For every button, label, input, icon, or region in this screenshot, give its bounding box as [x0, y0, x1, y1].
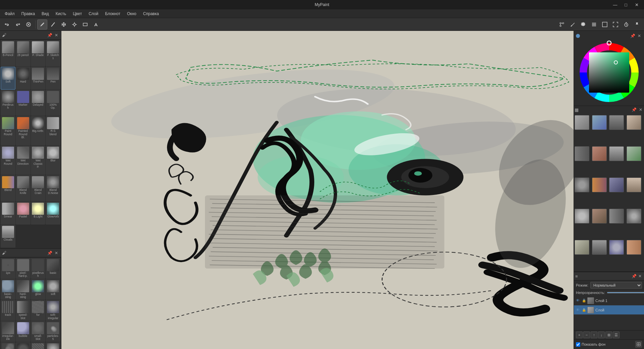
- layer-2-visibility-icon[interactable]: 👁: [576, 308, 581, 312]
- layer-list-button[interactable]: ☰: [613, 332, 620, 338]
- brush-item2-fur[interactable]: fur: [31, 300, 46, 321]
- brush-item-big-airbr-[interactable]: Big AirBr.: [31, 116, 46, 145]
- menu-item-справка[interactable]: Справка: [140, 11, 162, 17]
- opacity-slider[interactable]: [607, 292, 644, 293]
- layer-2-lock-icon[interactable]: 🔒: [582, 308, 586, 312]
- layers-close-icon[interactable]: ✕: [637, 273, 643, 279]
- preset-item-5[interactable]: [592, 146, 607, 161]
- brush-item-b-light[interactable]: B.Light: [31, 202, 46, 225]
- preset-item-4[interactable]: [575, 146, 589, 161]
- fullscreen-button[interactable]: [610, 19, 621, 30]
- brush-item-100--op-[interactable]: 100% Op.: [46, 90, 60, 116]
- brush-item-marker[interactable]: Marker: [16, 90, 31, 116]
- brush-item-p--sketch-1[interactable]: P. Sketch 1: [46, 40, 60, 66]
- ink-tool-button[interactable]: [48, 19, 58, 30]
- layer-merge-button[interactable]: ⊞: [605, 332, 612, 338]
- layer-1-visibility-icon[interactable]: 👁: [576, 298, 581, 303]
- pin2-icon[interactable]: 📌: [47, 250, 52, 256]
- preset-item-19[interactable]: [627, 240, 641, 255]
- preset-item-3[interactable]: [627, 115, 641, 130]
- color-pin-icon[interactable]: 📌: [630, 33, 635, 39]
- preset-item-9[interactable]: [592, 178, 607, 192]
- brush-item-soft[interactable]: Soft: [1, 67, 15, 90]
- brush-item-painted-round-bl-[interactable]: Painted Round Bl.: [16, 116, 31, 145]
- layer-up-button[interactable]: ↑: [591, 332, 597, 338]
- preset-item-10[interactable]: [609, 178, 624, 192]
- layer-down-button[interactable]: ↓: [598, 332, 605, 338]
- brush-item-blend-d-noise[interactable]: Blend D.Noise: [46, 175, 60, 201]
- brush-item-glowairb[interactable]: GlowAirb: [46, 202, 60, 225]
- layer-mode-select[interactable]: Нормальный: [590, 282, 642, 289]
- brush-item2-basic[interactable]: basic: [46, 258, 60, 279]
- brush-item2-speed-blot[interactable]: speed-blot: [16, 300, 31, 321]
- brush-item-hard[interactable]: Hard: [16, 67, 31, 90]
- brush-item-smear[interactable]: Smear: [1, 202, 15, 225]
- layer-item-1[interactable]: 👁 🔒 Слой 1: [574, 296, 644, 305]
- menu-item-кисть[interactable]: Кисть: [52, 11, 69, 17]
- brush-item2-irregular-ink[interactable]: irregular-ink: [1, 321, 15, 342]
- layers-pin-icon[interactable]: 📌: [631, 273, 637, 279]
- brush-item2-glow[interactable]: glow: [31, 279, 46, 300]
- brush-item-blend[interactable]: Blend: [1, 175, 15, 201]
- canvas-area[interactable]: [61, 31, 574, 349]
- color-close-icon[interactable]: ✕: [637, 33, 642, 39]
- brush-item2-hard-sting[interactable]: hard-sting: [16, 279, 31, 300]
- menu-item-правка[interactable]: Правка: [18, 11, 39, 17]
- brush-item-28-pencil[interactable]: 28 pencil: [16, 40, 31, 66]
- minimize-button[interactable]: —: [610, 1, 620, 8]
- layer-item-2[interactable]: 👁 🔒 Слой: [574, 305, 644, 315]
- brush-item-clouds[interactable]: Clouds: [1, 225, 15, 248]
- menu-item-окно[interactable]: Окно: [124, 11, 140, 17]
- brush-item2-basic-sting[interactable]: basic-sting: [1, 279, 15, 300]
- brush-item2-small-blot[interactable]: small-blot: [31, 321, 46, 342]
- brush-item-wet-direction[interactable]: Wet Direction: [16, 146, 31, 175]
- brush-item2-bubble[interactable]: bubble: [16, 321, 31, 342]
- presets-pin-icon[interactable]: 📌: [631, 107, 637, 112]
- preset-item-11[interactable]: [627, 178, 641, 192]
- maximize-button[interactable]: □: [621, 1, 631, 8]
- brushes-button[interactable]: [568, 19, 578, 30]
- pencil-tool-button[interactable]: [37, 19, 47, 30]
- brush-item-penbrush[interactable]: PenBrush: [1, 90, 15, 116]
- preset-item-2[interactable]: [609, 115, 624, 130]
- brush-item-wet-classic-p-[interactable]: Wet Classic P.: [31, 146, 46, 175]
- brush-item-r-s-blend[interactable]: R-S blend: [46, 116, 60, 145]
- brush-item-wet-round[interactable]: Wet Round: [1, 146, 15, 175]
- show-background-checkbox[interactable]: [576, 342, 580, 347]
- menu-item-файл[interactable]: Файл: [1, 11, 18, 17]
- preset-item-17[interactable]: [592, 240, 607, 255]
- menu-item-блокнот[interactable]: Блокнот: [102, 11, 123, 17]
- pin-icon[interactable]: 📌: [47, 33, 52, 38]
- settings-button[interactable]: [578, 19, 588, 30]
- brush-item2-pixelbrush[interactable]: pixelbrush: [31, 258, 46, 279]
- preset-item-13[interactable]: [592, 209, 607, 223]
- brush-item-pen[interactable]: Pen: [46, 67, 60, 90]
- preset-item-7[interactable]: [627, 146, 641, 161]
- layer-1-lock-icon[interactable]: 🔒: [582, 299, 586, 303]
- close-panel-icon[interactable]: ✕: [54, 33, 59, 38]
- brush-item2-spaced-blot[interactable]: spaced-blot: [1, 342, 15, 349]
- layers-footer-button[interactable]: [635, 341, 642, 348]
- preset-item-6[interactable]: [609, 146, 624, 161]
- move-tool-button[interactable]: [69, 19, 79, 30]
- menu-item-цвет[interactable]: Цвет: [69, 11, 85, 17]
- brush-item-b-pencil[interactable]: B-Pencil: [1, 40, 15, 66]
- symmetry-tool-button[interactable]: [91, 19, 101, 30]
- canvas-view-button[interactable]: [600, 19, 610, 30]
- brush-item-delayed[interactable]: Delayed: [31, 90, 46, 116]
- brush-item-blur[interactable]: Blur: [46, 146, 60, 175]
- brush-item2-soft[interactable]: soft: [46, 279, 60, 300]
- preset-item-15[interactable]: [627, 209, 641, 223]
- brush-item2-sewing[interactable]: sewing: [31, 342, 46, 349]
- brush-item2-hard-blot[interactable]: hard-blot: [16, 342, 31, 349]
- menu-item-вид[interactable]: Вид: [38, 11, 52, 17]
- layer-remove-button[interactable]: −: [583, 332, 590, 338]
- preset-item-1[interactable]: [592, 115, 607, 130]
- preset-item-18[interactable]: [609, 240, 624, 255]
- brush-item-blend-knife[interactable]: Blend Knife: [16, 175, 31, 201]
- frame-tool-button[interactable]: [80, 19, 90, 30]
- color-wheel-container[interactable]: [577, 41, 641, 104]
- timer-button[interactable]: [621, 19, 631, 30]
- preset-item-12[interactable]: [575, 209, 589, 223]
- brush-item-blend-crain[interactable]: Blend Crain: [31, 175, 46, 201]
